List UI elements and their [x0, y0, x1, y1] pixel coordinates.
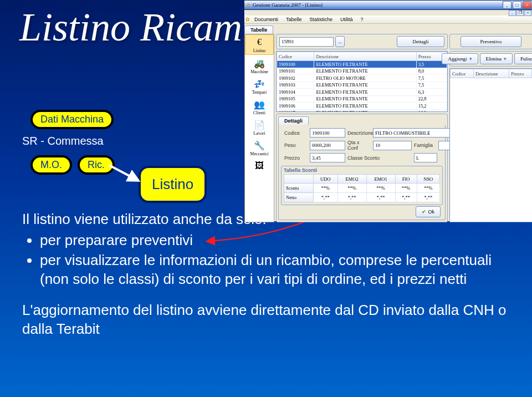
box-mo: M.O.: [30, 155, 72, 175]
tab-tabelle[interactable]: Tabelle: [244, 26, 273, 34]
col-header[interactable]: Codice: [277, 52, 314, 61]
inp-prezzo[interactable]: [310, 153, 345, 162]
sconti-col: EMO2: [337, 175, 366, 184]
main-grid[interactable]: CodiceDescrizionePrezzo1909100ELEMENTO F…: [276, 51, 448, 112]
footer-text: L'aggiornamento del listino avviene dire…: [22, 301, 521, 338]
mdi-close-button[interactable]: ×: [524, 10, 531, 16]
mdi-restore-button[interactable]: ❐: [516, 10, 524, 16]
ok-button[interactable]: ✔Ok: [416, 206, 441, 217]
sidebar-icon: 👥: [252, 98, 267, 110]
table-row[interactable]: 1909105ELEMENTO FILTRANTE22,8: [277, 95, 447, 103]
lab-prezzo: Prezzo: [284, 155, 308, 161]
inp-classe[interactable]: [414, 153, 437, 162]
app-window: ✿ Gestione Garanzia 2007 - [Listino] _ □…: [244, 0, 532, 222]
dettagli-button[interactable]: Dettagli: [397, 36, 444, 47]
bullet-2: per visualizzare le informazioni di un r…: [40, 251, 521, 288]
window-title: Gestione Garanzia 2007 - [Listino]: [253, 2, 323, 8]
table-row[interactable]: 1909102FILTRO OLIO MOTORE7,5: [277, 75, 447, 82]
search-expand-button[interactable]: ...: [335, 36, 345, 47]
mdi-min-button[interactable]: _: [509, 10, 516, 16]
minimize-button[interactable]: _: [503, 1, 511, 9]
menu-app-icon: ✿: [245, 17, 250, 22]
sconti-rowhdr: Netto: [284, 193, 314, 202]
ok-label: Ok: [428, 209, 434, 215]
inp-qta[interactable]: [373, 141, 412, 150]
slide-title: Listino Ricambi: [19, 4, 273, 50]
sconti-rowhdr: Sconto: [284, 184, 314, 193]
sidebar-item-Listino[interactable]: €Listino: [245, 34, 274, 55]
table-row[interactable]: 1909104ELEMENTO FILTRANTE6,3: [277, 89, 447, 96]
box-dati-macchina: Dati Macchina: [30, 110, 114, 129]
col-header[interactable]: Descrizione: [314, 52, 416, 61]
sconti-col: FIO: [395, 175, 417, 184]
sidebar-label: Meccanici: [250, 151, 268, 156]
sidebar-icon: 💤: [252, 78, 267, 90]
box-ric: Ric.: [78, 155, 115, 175]
menubar: ✿ Documenti Tabelle Statistiche Utilità …: [244, 16, 532, 24]
chevron-down-icon: ▾: [504, 56, 507, 62]
sidebar-item-Macchine[interactable]: 🚜Macchine: [245, 56, 273, 75]
elimina-button[interactable]: Elimina▾: [480, 53, 513, 64]
lab-classe: Classe Sconto: [347, 155, 412, 161]
sconti-col: UDO: [313, 175, 337, 184]
tabella-sconti-title: Tabella Sconti: [282, 166, 442, 173]
sconti-col: NSO: [417, 175, 439, 184]
sidebar-icon: €: [252, 36, 267, 48]
col-header[interactable]: Codice: [451, 69, 474, 78]
sidebar-icon: 🚜: [252, 57, 267, 69]
sidebar-item-img[interactable]: 🖼: [245, 159, 273, 173]
sconti-row: Netto*,***,***,***,***,**: [284, 193, 440, 202]
aggiungi-label: Aggiungi: [448, 56, 467, 62]
table-row[interactable]: 1909106ELEMENTO FILTRANTE15,2: [277, 103, 447, 110]
menu-documenti[interactable]: Documenti: [251, 17, 282, 22]
menu-utilita[interactable]: Utilità: [337, 17, 356, 22]
sidebar: €Listino🚜Macchine💤Tempari👥Clienti📄Lavori…: [244, 34, 274, 222]
sidebar-label: Listino: [253, 48, 266, 53]
box-listino: Listino: [139, 166, 207, 203]
table-row[interactable]: 1909101ELEMENTO FILTRANTE8,0: [277, 68, 447, 75]
lab-codice: Codice: [284, 130, 308, 136]
lab-peso: Peso: [284, 142, 308, 148]
table-row[interactable]: 1909100ELEMENTO FILTRANTE3,5: [277, 61, 447, 68]
chevron-down-icon: ▾: [469, 56, 472, 62]
sconti-row: Sconto**%**%**%**%**%: [284, 184, 440, 193]
pulisci-button[interactable]: Pulisci: [514, 53, 532, 64]
sidebar-icon: 📄: [252, 119, 267, 131]
menu-tabelle[interactable]: Tabelle: [283, 17, 305, 22]
sconti-grid: UDOEMO2EMO1FIONSOSconto**%**%**%**%**%Ne…: [282, 173, 442, 205]
maximize-button[interactable]: □: [513, 1, 521, 9]
sidebar-label: Clienti: [253, 110, 265, 115]
sidebar-label: Lavori: [253, 131, 265, 136]
label-sr-commessa: SR - Commessa: [22, 135, 104, 147]
col-header[interactable]: Descrizione: [473, 69, 509, 78]
sidebar-label: Macchine: [250, 69, 268, 74]
aggiungi-button[interactable]: Aggiungi▾: [442, 53, 478, 64]
sidebar-item-Lavori[interactable]: 📄Lavori: [245, 118, 273, 137]
menu-statistiche[interactable]: Statistiche: [306, 17, 336, 22]
lab-qta: Qta x Conf: [347, 140, 371, 151]
sconti-col: EMO1: [366, 175, 395, 184]
bullet-list: per preparare preventivi per visualizzar…: [22, 231, 521, 288]
elimina-label: Elimina: [486, 56, 502, 62]
col-header[interactable]: Prezzo: [509, 69, 532, 78]
app-icon: ✿: [245, 2, 251, 8]
menu-help[interactable]: ?: [357, 17, 367, 22]
sidebar-icon: 🖼: [252, 160, 267, 172]
lab-fam: Famiglia: [414, 142, 436, 148]
table-row[interactable]: 1909103ELEMENTO FILTRANTE7,5: [277, 82, 447, 89]
tab-dettagli[interactable]: Dettagli: [278, 116, 309, 125]
titlebar: ✿ Gestione Garanzia 2007 - [Listino] _ □…: [244, 1, 532, 10]
inp-peso[interactable]: [310, 141, 345, 150]
sidebar-item-Meccanici[interactable]: 🔧Meccanici: [245, 138, 273, 157]
sidebar-item-Tempari[interactable]: 💤Tempari: [245, 77, 273, 96]
inp-codice[interactable]: [310, 128, 345, 138]
check-icon: ✔: [422, 209, 426, 215]
preventivo-grid[interactable]: CodiceDescrizionePrezzo: [449, 68, 532, 222]
sconti-col: [284, 175, 314, 184]
bullet-1: per preparare preventivi: [40, 231, 521, 250]
search-input[interactable]: [279, 37, 334, 47]
table-row[interactable]: 1909107ELEMENTO FILTRANTE16,3: [277, 109, 447, 112]
close-button[interactable]: ×: [523, 1, 531, 9]
sidebar-item-Clienti[interactable]: 👥Clienti: [245, 97, 273, 116]
preventivo-button[interactable]: Preventivo: [461, 36, 521, 47]
